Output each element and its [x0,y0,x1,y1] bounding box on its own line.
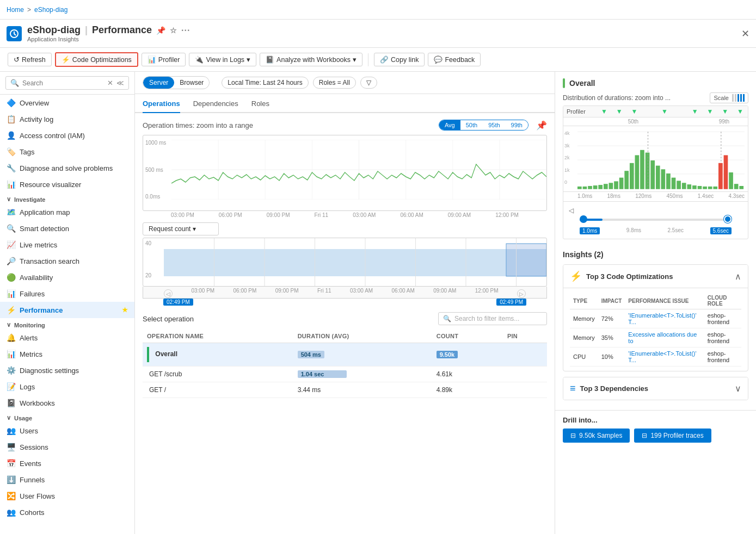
sidebar-item-availability[interactable]: 🟢 Availability [0,269,134,285]
scale-toggle[interactable]: Scale [710,92,748,103]
code-opt-row[interactable]: CPU 10% 'IEnumerable<T>.ToList()' T... e… [570,347,741,367]
sidebar-item-transaction-search[interactable]: 🔎 Transaction search [0,253,134,269]
table-row[interactable]: Overall 504 ms 9.50k [143,343,547,367]
deps-header[interactable]: ≡ Top 3 Dependencies ∨ [563,377,748,400]
bar-chart-svg [164,238,546,287]
breadcrumb-app[interactable]: eShop-diag [34,6,67,14]
circle-btn-left[interactable]: ◁ [164,289,173,298]
sidebar-item-users[interactable]: 👥 Users [0,423,134,439]
range-mid-2: 2.5sec [668,227,684,234]
p50-btn[interactable]: 50th [460,120,483,130]
svg-rect-49 [703,187,707,189]
profiler-button[interactable]: 📊 Profiler [142,53,186,66]
get-scrub-pin[interactable] [503,367,547,382]
performance-star[interactable]: ★ [122,306,128,314]
sidebar-item-funnels[interactable]: ⬇️ Funnels [0,471,134,488]
request-count-dropdown[interactable]: Request count ▾ [143,222,219,235]
p95-btn[interactable]: 95th [483,120,505,130]
close-button[interactable]: ✕ [741,28,749,40]
code-opt-header[interactable]: ⚡ Top 3 Code Optimizations ∧ [563,265,748,288]
time-range-filter[interactable]: Local Time: Last 24 hours [222,77,308,89]
star-icon[interactable]: ☆ [170,26,177,35]
range-thumb-right[interactable] [724,215,732,223]
sidebar-item-logs[interactable]: 📝 Logs [0,378,134,395]
sidebar-item-alerts[interactable]: 🔔 Alerts [0,330,134,346]
refresh-button[interactable]: ↺ Refresh [8,53,52,66]
sidebar-item-resource-visualizer[interactable]: 📊 Resource visualizer [0,176,134,193]
collapse-btn[interactable]: ∧ [735,271,741,282]
svg-rect-25 [583,187,587,189]
sidebar-item-workbooks[interactable]: 📓 Workbooks [0,395,134,411]
col-count[interactable]: COUNT [432,330,503,343]
row2-issue-link[interactable]: Excessive allocations due to [628,331,697,344]
table-search[interactable]: 🔍 Search to filter items... [438,312,547,325]
scale-slider[interactable] [732,94,745,102]
usage-section-header[interactable]: ∨ Usage [0,411,134,423]
row3-issue-link[interactable]: 'IEnumerable<T>.ToList()' T... [628,350,696,363]
row2-impact: 35% [598,328,625,347]
dropdown-arrow: ▾ [193,225,196,233]
sidebar-item-events[interactable]: 📅 Events [0,455,134,471]
sidebar-item-live-metrics[interactable]: 📈 Live metrics [0,237,134,253]
view-in-logs-button[interactable]: 🔌 View in Logs ▾ [189,53,256,66]
sidebar-item-access-control[interactable]: 👤 Access control (IAM) [0,127,134,144]
analyze-workbooks-button[interactable]: 📓 Analyze with Workbooks ▾ [260,53,362,66]
sidebar-item-overview[interactable]: 🔷 Overview [0,95,134,111]
roles-filter[interactable]: Roles = All [313,77,356,89]
sidebar-item-performance[interactable]: ⚡ Performance ★ [0,302,134,318]
overall-pin[interactable] [503,343,547,367]
row1-issue-link[interactable]: 'IEnumerable<T>.ToList()' T... [628,312,696,325]
sidebar-item-tags[interactable]: 🏷️ Tags [0,144,134,160]
range-thumb-left[interactable] [580,215,587,223]
dist-title: Distribution of durations: zoom into ... [563,94,671,102]
sidebar-item-diagnose[interactable]: 🔧 Diagnose and solve problems [0,160,134,176]
code-opt-row[interactable]: Memory 72% 'IEnumerable<T>.ToList()' T..… [570,309,741,328]
sidebar-item-activity-log[interactable]: 📋 Activity log [0,111,134,127]
table-row[interactable]: GET /scrub 1.04 sec 4.61k [143,367,547,382]
avg-btn[interactable]: Avg [439,120,460,130]
users-icon: 👥 [7,426,15,435]
monitoring-section-header[interactable]: ∨ Monitoring [0,318,134,330]
more-filters[interactable]: ▽ [360,77,377,89]
sidebar-item-sessions[interactable]: 🖥️ Sessions [0,439,134,455]
collapse-icon[interactable]: ≪ [116,79,124,87]
sidebar-item-cohorts[interactable]: 👥 Cohorts [0,504,134,520]
duration-range[interactable]: ◁ 1.0ms 9.8ms 2.5sec 5.6sec [563,201,748,239]
sidebar-item-metrics[interactable]: 📊 Metrics [0,346,134,362]
tab-operations[interactable]: Operations [143,94,180,113]
overall-duration: 504 ms [293,343,432,367]
clear-icon[interactable]: ✕ [107,79,113,87]
server-filter[interactable]: Server [143,77,174,89]
tab-roles[interactable]: Roles [251,94,269,113]
deps-expand-btn[interactable]: ∨ [735,383,741,394]
sidebar-item-diagnostic-settings[interactable]: ⚙️ Diagnostic settings [0,362,134,378]
sidebar-item-smart-detection[interactable]: 🔍 Smart detection [0,220,134,237]
browser-filter[interactable]: Browser [174,77,209,88]
feedback-button[interactable]: 💬 Feedback [428,53,481,66]
prev-btn[interactable]: ◁ [569,207,574,214]
tab-dependencies[interactable]: Dependencies [193,94,238,113]
table-row[interactable]: GET / 3.44 ms 4.89k [143,382,547,398]
code-optimizations-button[interactable]: ⚡ Code Optimizations [55,52,138,67]
pin-icon[interactable]: 📌 [156,26,165,35]
code-opt-row[interactable]: Memory 35% Excessive allocations due to … [570,328,741,347]
search-input[interactable] [22,79,104,87]
sidebar-item-user-flows[interactable]: 🔀 User Flows [0,488,134,504]
profiler-traces-button[interactable]: ⊟ 199 Profiler traces [634,429,711,443]
breadcrumb-home[interactable]: Home [7,6,24,14]
col-duration[interactable]: DURATION (AVG) [293,330,432,343]
investigate-section-header[interactable]: ∨ Investigate [0,193,134,204]
more-icon[interactable]: ··· [181,26,190,35]
search-box[interactable]: 🔍 ✕ ≪ [5,76,129,90]
copy-link-button[interactable]: 🔗 Copy link [374,53,425,66]
samples-button[interactable]: ⊟ 9.50k Samples [563,429,630,443]
dur-1ms: 1.0ms [577,193,592,199]
p99-btn[interactable]: 99th [506,120,528,130]
chart-pin-icon[interactable]: 📌 [536,120,547,131]
get-root-pin[interactable] [503,382,547,398]
sidebar-item-application-map[interactable]: 🗺️ Application map [0,204,134,220]
col-operation-name[interactable]: OPERATION NAME [143,330,293,343]
dur-450ms: 450ms [667,193,683,199]
circle-btn-right[interactable]: ▷ [517,289,526,298]
sidebar-item-failures[interactable]: 📊 Failures [0,285,134,302]
